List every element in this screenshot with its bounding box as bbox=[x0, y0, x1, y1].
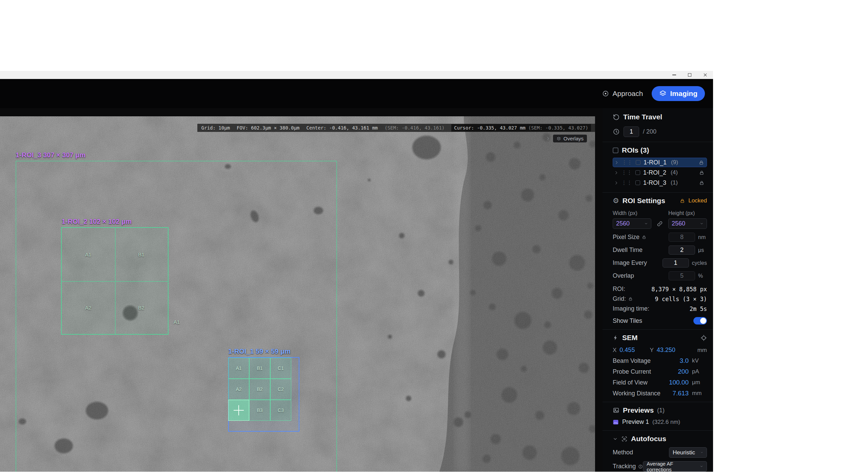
imaging-time-value: 2m 5s bbox=[690, 306, 707, 312]
tile-b2[interactable]: B2 bbox=[249, 379, 270, 400]
working-distance-value[interactable]: 7.613 bbox=[672, 390, 689, 397]
lock-icon[interactable] bbox=[699, 160, 704, 165]
method-row: Method Heuristic bbox=[613, 447, 707, 458]
grid-info-value: 9 cells (3 × 3) bbox=[655, 296, 707, 302]
link-dimensions-button[interactable] bbox=[651, 221, 668, 227]
minimize-button[interactable] bbox=[666, 71, 682, 79]
pixel-size-unit: nm bbox=[698, 234, 707, 240]
lock-icon bbox=[628, 297, 633, 301]
rois-select-all-checkbox[interactable] bbox=[613, 148, 618, 153]
grid-readout: Grid: 10μm bbox=[201, 125, 230, 131]
time-travel-header: Time Travel bbox=[613, 113, 707, 121]
image-every-row: Image Every 1 cycles bbox=[613, 258, 707, 268]
beam-voltage-value[interactable]: 3.0 bbox=[680, 357, 689, 365]
preview-item[interactable]: Preview 1 (322.6 nm) bbox=[613, 418, 707, 426]
expand-chevron-icon[interactable] bbox=[614, 181, 618, 185]
dwell-time-unit: μs bbox=[698, 247, 707, 253]
close-button[interactable] bbox=[697, 71, 713, 79]
beam-voltage-unit: kV bbox=[692, 357, 707, 364]
tile-b1[interactable]: B1 bbox=[249, 358, 270, 379]
beam-icon bbox=[613, 334, 619, 341]
tile-a2[interactable]: A2 bbox=[228, 379, 249, 400]
expand-chevron-icon[interactable] bbox=[614, 160, 619, 165]
locked-lock-icon bbox=[680, 198, 685, 203]
tile-a3-active[interactable] bbox=[228, 400, 249, 421]
probe-current-value[interactable]: 200 bbox=[678, 368, 689, 375]
roi-item-count: (1) bbox=[671, 179, 678, 186]
time-travel-index-input[interactable]: 1 bbox=[624, 126, 639, 137]
width-select[interactable]: 2560 bbox=[613, 218, 651, 229]
field-of-view-value[interactable]: 100.00 bbox=[669, 379, 689, 386]
working-distance-label: Working Distance bbox=[613, 390, 660, 397]
tile-c2[interactable]: C2 bbox=[270, 379, 291, 400]
x-value[interactable]: 0.455 bbox=[619, 347, 635, 354]
xy-unit: mm bbox=[697, 347, 707, 354]
rois-section: ROIs (3) ⋮⋮ 1-ROI_1 (9) ⋮⋮ bbox=[603, 142, 713, 192]
expand-chevron-icon[interactable] bbox=[614, 171, 618, 175]
roi-list-item-1[interactable]: ⋮⋮ 1-ROI_1 (9) bbox=[613, 158, 707, 167]
roi-settings-header: ⚙ ROI Settings Locked bbox=[613, 197, 707, 205]
tracking-label: Tracking bbox=[613, 463, 636, 470]
gear-icon: ⚙ bbox=[613, 197, 619, 204]
probe-current-unit: pA bbox=[692, 368, 707, 375]
working-distance-row: Working Distance 7.613 mm bbox=[613, 390, 707, 397]
height-select[interactable]: 2560 bbox=[668, 218, 707, 229]
overlays-pill[interactable]: Overlays bbox=[553, 135, 587, 142]
tracking-row: Tracking Average AF corrections bbox=[613, 461, 707, 472]
show-tiles-toggle[interactable] bbox=[693, 317, 707, 324]
method-label: Method bbox=[613, 449, 633, 456]
crosshair-icon[interactable] bbox=[701, 335, 707, 341]
grid-info-label: Grid: bbox=[613, 295, 626, 302]
roi-list-item-3[interactable]: ⋮⋮ 1-ROI_3 (1) bbox=[613, 178, 707, 188]
tile-c1[interactable]: C1 bbox=[270, 358, 291, 379]
overlays-control[interactable]: Overlays bbox=[546, 135, 587, 142]
width-height-row: 2560 2560 bbox=[613, 218, 707, 229]
lock-icon[interactable] bbox=[699, 170, 704, 175]
drag-handle-icon[interactable]: ⋮⋮ bbox=[622, 180, 632, 186]
approach-tab[interactable]: Approach bbox=[596, 86, 649, 101]
maximize-button[interactable] bbox=[682, 71, 697, 79]
info-icon[interactable] bbox=[638, 464, 643, 469]
preview-thumbnail-icon bbox=[613, 419, 619, 425]
layers-icon bbox=[659, 90, 667, 97]
working-distance-unit: mm bbox=[692, 390, 707, 397]
method-value: Heuristic bbox=[673, 449, 695, 456]
overlap-input[interactable]: 5 bbox=[669, 271, 695, 280]
sem-viewport[interactable]: Grid: 10μm FOV: 602.3μm × 380.0μm Center… bbox=[0, 116, 595, 472]
show-tiles-row: Show Tiles bbox=[613, 317, 707, 324]
tile-b3[interactable]: B3 bbox=[249, 400, 270, 421]
cursor-readout-group: Cursor: -0.335, 43.027 mm (SEM: -0.335, … bbox=[451, 124, 591, 132]
y-value[interactable]: 43.250 bbox=[657, 347, 675, 354]
pixel-size-input[interactable]: 8 bbox=[669, 233, 695, 242]
image-icon bbox=[613, 407, 619, 414]
autofocus-header[interactable]: Autofocus bbox=[613, 435, 707, 443]
roi-list-item-2[interactable]: ⋮⋮ 1-ROI_2 (4) bbox=[613, 168, 707, 177]
roi2-rect[interactable]: A1 B1 A2 B2 bbox=[61, 227, 169, 335]
chevron-down-icon bbox=[700, 222, 704, 225]
lock-icon[interactable] bbox=[699, 180, 704, 185]
history-icon bbox=[613, 114, 620, 121]
roi-list: ⋮⋮ 1-ROI_1 (9) ⋮⋮ 1-ROI_2 (4) bbox=[613, 158, 707, 188]
method-select[interactable]: Heuristic bbox=[669, 447, 707, 458]
roi-item-name: 1-ROI_1 bbox=[644, 159, 667, 166]
imaging-tab[interactable]: Imaging bbox=[652, 86, 705, 101]
tracking-select[interactable]: Average AF corrections bbox=[643, 461, 707, 472]
probe-current-row: Probe Current 200 pA bbox=[613, 368, 707, 375]
tile-c3[interactable]: C3 bbox=[270, 400, 291, 421]
roi2-checkbox[interactable] bbox=[635, 170, 640, 175]
roi2-overlay-label: 1-ROI_2 102 × 102 μm bbox=[62, 218, 132, 225]
image-every-input[interactable]: 1 bbox=[663, 258, 689, 268]
roi3-cell-label: A1 bbox=[174, 319, 180, 325]
roi2-cell-label: B1 bbox=[138, 252, 144, 257]
drag-handle-icon[interactable]: ⋮⋮ bbox=[622, 170, 632, 176]
tile-a1[interactable]: A1 bbox=[228, 358, 249, 379]
dwell-time-input[interactable]: 2 bbox=[669, 245, 695, 255]
roi1-checkbox[interactable] bbox=[636, 160, 640, 165]
chevron-right-icon bbox=[546, 136, 550, 141]
roi3-checkbox[interactable] bbox=[635, 180, 640, 185]
drag-handle-icon[interactable]: ⋮⋮ bbox=[622, 159, 633, 165]
preview-name: Preview 1 bbox=[622, 418, 649, 426]
dwell-time-label: Dwell Time bbox=[613, 247, 643, 254]
overlap-label: Overlap bbox=[613, 272, 634, 279]
beam-voltage-label: Beam Voltage bbox=[613, 357, 651, 365]
